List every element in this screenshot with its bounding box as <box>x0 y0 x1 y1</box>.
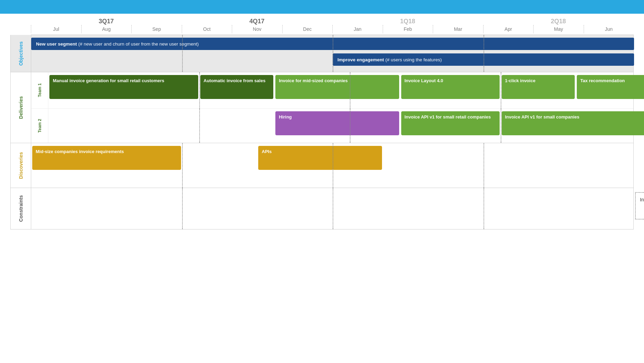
card-1: Automatic invoice from sales <box>200 75 274 99</box>
card-1: Invoice API v1 for small retail companie… <box>401 111 500 135</box>
card-0: Mid-size companies invoice requirements <box>32 146 181 170</box>
obj-bar-bold-0: New user segment <box>36 41 77 47</box>
obj-label-col: Objectives <box>11 35 31 72</box>
obj-bar-rest-0: (# new user and churn of user from the n… <box>78 41 199 47</box>
obj-label: Objectives <box>18 41 24 66</box>
disc-label: Discoveries <box>18 152 24 179</box>
month-cell-4: Nov <box>232 25 282 33</box>
const-label-col: Constraints <box>11 188 31 229</box>
team2-label: Team 2 <box>37 119 42 133</box>
disc-label-col: Discoveries <box>11 143 31 188</box>
month-cell-0: Jul <box>31 25 81 33</box>
month-cell-8: Mar <box>433 25 483 33</box>
team1-label-col: Team 1 <box>31 72 48 108</box>
vline-q3 <box>199 72 200 108</box>
constraints-section: Constraints Invoice Layout 4.0 <box>11 188 633 229</box>
vline-q3 <box>182 143 183 188</box>
vline-q9 <box>484 143 484 188</box>
deliveries-label: Deliveries <box>18 96 24 119</box>
const-timeline: Invoice Layout 4.0 <box>31 188 633 229</box>
quarter-label-3: 2Q18 <box>483 18 634 25</box>
vline-q9 <box>484 188 484 229</box>
vline-q3 <box>199 109 200 143</box>
discoveries-section: Discoveries Mid-size companies invoice r… <box>11 143 633 188</box>
card-1: APIs <box>258 146 382 170</box>
obj-bar-0: New user segment (# new user and churn o… <box>31 38 634 50</box>
month-cell-7: Feb <box>383 25 433 33</box>
teams-col: Team 1 Manual invoice generation for sma… <box>31 72 633 143</box>
card-3: Invoice Layout 4.0 <box>401 75 500 99</box>
month-cell-1: Aug <box>81 25 132 33</box>
deliveries-section: Deliveries Team 1 Manual invoice generat… <box>11 72 633 143</box>
team2-row: Team 2 HiringInvoice API v1 for small re… <box>31 109 633 143</box>
const-label: Constraints <box>18 195 24 222</box>
team2-timeline: HiringInvoice API v1 for small retail co… <box>48 109 633 143</box>
constraint-box-0: Invoice Layout 4.0 <box>635 192 644 220</box>
month-cell-10: May <box>533 25 584 33</box>
card-5: Tax recommendation <box>577 75 644 99</box>
obj-timeline: New user segment (# new user and churn o… <box>31 35 633 72</box>
card-4: 1-click invoice <box>502 75 575 99</box>
vline-q9 <box>501 109 501 143</box>
team1-label: Team 1 <box>37 83 42 97</box>
month-cell-5: Dec <box>282 25 333 33</box>
quarter-label-0: 3Q17 <box>31 18 182 25</box>
obj-bar-rest-1: (# users using the features) <box>385 57 442 62</box>
quarter-label-2: 1Q18 <box>332 18 483 25</box>
team1-row: Team 1 Manual invoice generation for sma… <box>31 72 633 109</box>
vline-q9 <box>501 72 501 108</box>
month-cell-6: Jan <box>332 25 383 33</box>
vline-q6 <box>333 188 333 229</box>
team2-label-col: Team 2 <box>31 109 48 143</box>
obj-bar-1: Improve engagement (# users using the fe… <box>333 53 634 66</box>
card-2: Invoice API v1 for small companies <box>502 111 644 135</box>
team1-timeline: Manual invoice generation for small reta… <box>48 72 633 108</box>
header <box>0 0 644 14</box>
month-cell-11: Jun <box>584 25 634 33</box>
disc-timeline: Mid-size companies invoice requirementsA… <box>31 143 633 188</box>
quarter-label-1: 4Q17 <box>182 18 333 25</box>
month-cell-3: Oct <box>182 25 232 33</box>
obj-bar-bold-1: Improve engagement <box>337 57 384 62</box>
card-0: Hiring <box>275 111 399 135</box>
month-cell-9: Apr <box>483 25 534 33</box>
roadmap-sections: Objectives New user segment (# new user … <box>10 35 634 229</box>
month-cell-2: Sep <box>131 25 182 33</box>
deliveries-label-col: Deliveries <box>11 72 31 143</box>
objectives-section: Objectives New user segment (# new user … <box>11 35 633 72</box>
vline-q3 <box>182 188 183 229</box>
card-0: Manual invoice generation for small reta… <box>49 75 198 99</box>
card-2: Invoice for mid-sized companies <box>275 75 399 99</box>
